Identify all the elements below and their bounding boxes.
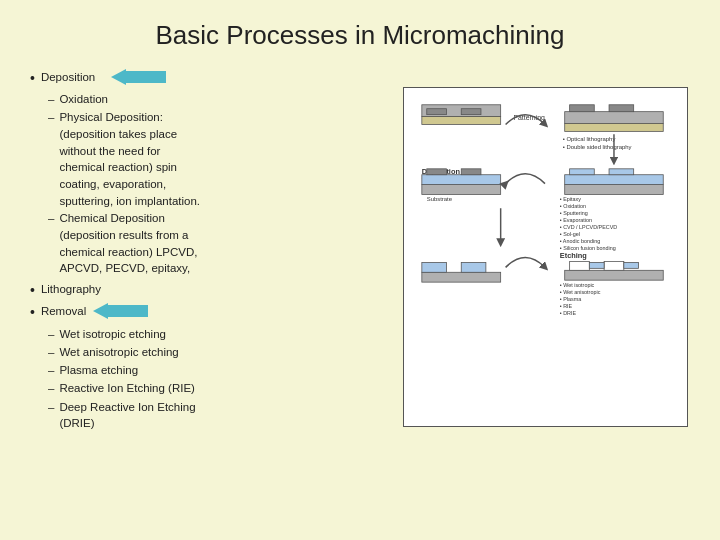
rie-text: Reactive Ion Etching (RIE) [59,380,195,397]
dash-7: – [48,380,54,397]
svg-rect-33 [422,262,447,272]
svg-rect-10 [609,105,634,112]
removal-arrow-icon [93,303,148,319]
deposition-label: Deposition [41,69,95,86]
sub-item-chemical-deposition: – Chemical Deposition(deposition results… [48,210,380,277]
removal-label: Removal [41,303,86,320]
bullet-lithography: • Lithography [30,281,380,299]
bullet-removal: • Removal [30,303,380,321]
svg-rect-34 [461,262,486,272]
svg-rect-40 [624,262,639,268]
diagram-box: Patterning • Optical lithography • Doubl… [403,87,688,427]
bullet-deposition: • Deposition [30,69,380,87]
svg-text:• Plasma: • Plasma [560,296,581,302]
drie-text: Deep Reactive Ion Etching(DRIE) [59,399,195,432]
svg-text:• Wet anisotropic: • Wet anisotropic [560,289,601,295]
svg-rect-17 [427,169,447,175]
svg-text:• RIE: • RIE [560,303,573,309]
bullet-dot-1: • [30,69,35,87]
diagram-column: Patterning • Optical lithography • Doubl… [400,79,690,436]
lithography-label: Lithography [41,281,101,298]
svg-text:• CVD / LPCVD/PECVD: • CVD / LPCVD/PECVD [560,224,618,230]
text-column: • Deposition – Oxidation – Physical Depo… [30,69,380,436]
svg-text:• Anodic bonding: • Anodic bonding [560,238,600,244]
chemical-deposition-text: Chemical Deposition(deposition results f… [59,210,197,277]
content-area: • Deposition – Oxidation – Physical Depo… [30,69,690,436]
sub-item-physical-deposition: – Physical Deposition:(deposition takes … [48,109,380,209]
svg-rect-9 [570,105,595,112]
svg-rect-8 [565,123,664,131]
sub-item-plasma: – Plasma etching [48,362,380,379]
deposition-sub-list: – Oxidation – Physical Deposition:(depos… [48,91,380,277]
sub-item-wet-anisotropic: – Wet anisotropic etching [48,344,380,361]
svg-rect-3 [422,117,501,125]
svg-rect-7 [565,112,664,124]
sub-item-oxidation: – Oxidation [48,91,380,108]
dash-6: – [48,362,54,379]
svg-marker-0 [111,69,166,85]
sub-item-rie: – Reactive Ion Etching (RIE) [48,380,380,397]
dash-1: – [48,91,54,108]
dash-4: – [48,326,54,343]
process-diagram: Patterning • Optical lithography • Doubl… [405,90,685,425]
svg-rect-38 [604,261,624,270]
wet-isotropic-text: Wet isotropic etching [59,326,166,343]
physical-deposition-text: Physical Deposition:(deposition takes pl… [59,109,200,209]
svg-rect-5 [461,109,481,115]
svg-rect-20 [565,185,664,195]
svg-rect-16 [422,175,501,185]
sub-item-drie: – Deep Reactive Ion Etching(DRIE) [48,399,380,432]
svg-rect-21 [565,175,664,185]
slide-title: Basic Processes in Micromachining [30,20,690,51]
svg-text:Substrate: Substrate [427,196,453,202]
svg-rect-37 [570,261,590,270]
slide: Basic Processes in Micromachining • Depo… [0,0,720,540]
svg-text:Etching: Etching [560,250,588,259]
deposition-arrow-icon [111,69,166,85]
svg-rect-32 [422,272,501,282]
dash-5: – [48,344,54,361]
svg-text:• Optical lithography: • Optical lithography [563,136,616,142]
bullet-dot-3: • [30,303,35,321]
svg-rect-15 [422,185,501,195]
svg-text:• Oxidation: • Oxidation [560,203,586,209]
wet-anisotropic-text: Wet anisotropic etching [59,344,178,361]
dash-3: – [48,210,54,227]
dash-8: – [48,399,54,416]
svg-text:• Sputtering: • Sputtering [560,210,588,216]
svg-rect-39 [589,262,604,268]
svg-text:• DRIE: • DRIE [560,310,577,316]
svg-text:• Wet isotropic: • Wet isotropic [560,282,595,288]
svg-text:• Epitaxy: • Epitaxy [560,196,581,202]
dash-2: – [48,109,54,126]
removal-sub-list: – Wet isotropic etching – Wet anisotropi… [48,326,380,432]
bullet-dot-2: • [30,281,35,299]
svg-rect-36 [565,270,664,280]
svg-text:• Double sided lithography: • Double sided lithography [563,144,632,150]
plasma-text: Plasma etching [59,362,138,379]
oxidation-text: Oxidation [59,91,108,108]
svg-rect-23 [609,169,634,175]
svg-rect-22 [570,169,595,175]
svg-rect-4 [427,109,447,115]
sub-item-wet-isotropic: – Wet isotropic etching [48,326,380,343]
svg-text:• Sol-gel: • Sol-gel [560,231,580,237]
svg-marker-1 [93,303,148,319]
svg-text:• Evaporation: • Evaporation [560,217,592,223]
svg-rect-18 [461,169,481,175]
